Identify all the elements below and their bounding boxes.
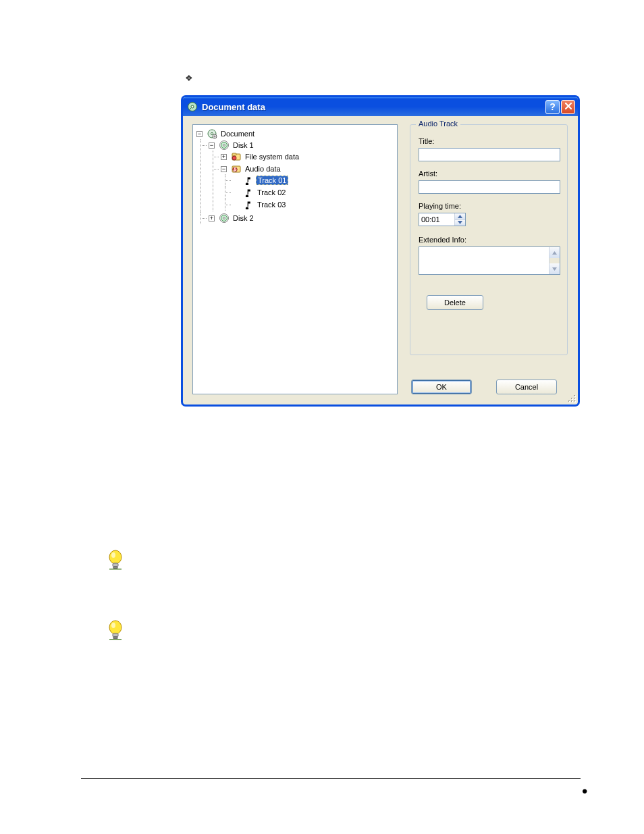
- tree: − Document −: [194, 128, 396, 225]
- help-icon: ?: [549, 101, 556, 112]
- bullet-diamond-icon: ❖: [185, 73, 193, 83]
- svg-rect-24: [574, 398, 576, 400]
- playing-time-spinner[interactable]: [419, 213, 466, 226]
- document-root-icon: [207, 128, 217, 139]
- svg-rect-9: [232, 153, 236, 155]
- scroll-up-icon[interactable]: [549, 247, 560, 258]
- svg-rect-22: [574, 396, 576, 397]
- svg-rect-23: [572, 398, 573, 400]
- playing-time-input[interactable]: [419, 213, 454, 226]
- dialog-body: − Document −: [183, 116, 578, 405]
- tree-node-track03[interactable]: Track 03: [256, 201, 287, 209]
- expander-disk2[interactable]: +: [209, 215, 215, 221]
- titlebar[interactable]: Document data ?: [183, 97, 578, 116]
- spinner-down-button[interactable]: [455, 220, 465, 226]
- svg-point-10: [232, 156, 236, 160]
- svg-point-15: [223, 217, 225, 219]
- svg-point-3: [211, 132, 213, 134]
- tree-panel[interactable]: − Document −: [192, 124, 398, 394]
- svg-rect-27: [574, 401, 576, 402]
- close-icon: [564, 101, 572, 112]
- music-note-icon: [243, 187, 254, 198]
- playing-time-label: Playing time:: [419, 202, 461, 210]
- scroll-down-icon[interactable]: [549, 263, 560, 274]
- music-note-icon: [243, 175, 254, 186]
- spinner-up-button[interactable]: [455, 213, 465, 220]
- ok-button[interactable]: OK: [411, 380, 472, 394]
- tree-node-filesystem[interactable]: File system data: [244, 153, 300, 161]
- lightbulb-icon: [107, 550, 124, 571]
- ok-button-label: OK: [436, 383, 447, 391]
- svg-point-33: [109, 621, 122, 634]
- tree-node-audiodata[interactable]: Audio data: [244, 165, 282, 173]
- page-root: ❖ Document data ?: [0, 0, 644, 834]
- svg-rect-31: [113, 567, 117, 569]
- textarea-scrollbar[interactable]: [549, 247, 560, 274]
- extended-info-wrap: [419, 246, 560, 275]
- svg-rect-32: [109, 569, 122, 570]
- dialog-title: Document data: [202, 102, 544, 112]
- svg-point-28: [109, 550, 122, 564]
- svg-point-34: [111, 623, 115, 628]
- extended-info-label: Extended Info:: [419, 236, 466, 244]
- svg-point-29: [111, 552, 115, 558]
- tree-node-document[interactable]: Document: [219, 130, 256, 138]
- artist-label: Artist:: [419, 170, 437, 178]
- document-data-dialog: Document data ? −: [181, 95, 580, 407]
- audio-folder-icon: [231, 163, 242, 174]
- expander-document[interactable]: −: [196, 131, 203, 137]
- audio-track-groupbox: Audio Track Title: Artist: Playing time:…: [410, 124, 568, 355]
- page-bullet-icon: •: [582, 782, 587, 801]
- close-button[interactable]: [561, 100, 575, 114]
- title-input[interactable]: [419, 148, 560, 161]
- footer-rule: [81, 778, 581, 779]
- resize-grip-icon[interactable]: [566, 392, 576, 403]
- music-note-icon: [243, 199, 254, 210]
- tree-node-disk2[interactable]: Disk 2: [232, 214, 255, 222]
- tree-node-disk1[interactable]: Disk 1: [232, 141, 255, 149]
- svg-rect-25: [569, 401, 570, 402]
- filesystem-icon: [231, 151, 242, 162]
- svg-point-7: [223, 145, 225, 147]
- svg-rect-35: [113, 633, 118, 637]
- expander-audio[interactable]: −: [221, 166, 227, 172]
- tree-node-track02[interactable]: Track 02: [256, 188, 287, 197]
- svg-rect-37: [109, 639, 122, 640]
- disc-icon: [219, 140, 230, 151]
- svg-point-1: [191, 105, 194, 108]
- lightbulb-icon: [107, 620, 124, 642]
- svg-rect-36: [113, 637, 117, 639]
- groupbox-legend: Audio Track: [416, 120, 460, 128]
- extended-info-textarea[interactable]: [419, 246, 560, 275]
- expander-filesys[interactable]: +: [221, 154, 227, 160]
- delete-button-label: Delete: [444, 298, 466, 307]
- disc-icon: [219, 213, 230, 224]
- artist-input[interactable]: [419, 180, 560, 194]
- svg-rect-26: [572, 401, 573, 402]
- svg-rect-30: [113, 563, 118, 567]
- title-label: Title:: [419, 137, 434, 145]
- help-button[interactable]: ?: [545, 100, 560, 114]
- tree-node-track01[interactable]: Track 01: [256, 176, 288, 185]
- cancel-button[interactable]: Cancel: [496, 380, 557, 394]
- expander-disk1[interactable]: −: [209, 142, 215, 149]
- delete-button[interactable]: Delete: [427, 295, 483, 310]
- cancel-button-label: Cancel: [515, 383, 538, 391]
- app-icon: [187, 101, 198, 112]
